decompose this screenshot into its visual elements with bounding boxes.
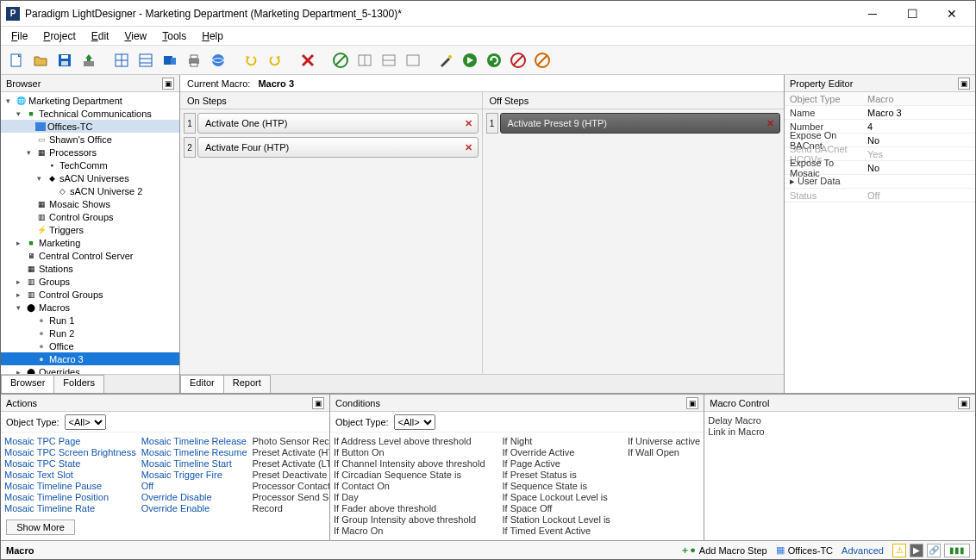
property-row[interactable]: Object TypeMacro [785, 92, 975, 106]
action-item[interactable]: Preset Deactivate [253, 470, 329, 481]
condition-item[interactable]: If Contact On [334, 481, 485, 492]
condition-item[interactable]: If Channel Intensity above threshold [334, 458, 485, 470]
tab-browser[interactable]: Browser [1, 375, 54, 393]
condition-item[interactable]: If Day [334, 492, 485, 503]
remove-step-icon[interactable]: ✕ [465, 142, 472, 153]
tree-node[interactable]: ▾⬤Macros [1, 301, 179, 314]
tab-report[interactable]: Report [223, 375, 271, 393]
single-icon[interactable] [403, 50, 423, 71]
step-row[interactable]: 2 Activate Four (HTP)✕ [184, 137, 479, 158]
menu-view[interactable]: View [117, 28, 153, 44]
tab-folders[interactable]: Folders [53, 375, 104, 393]
macro-control-item[interactable]: Delay Macro [708, 415, 972, 426]
tree-node[interactable]: ▸▥Groups [1, 275, 179, 288]
link-icon[interactable]: 🔗 [927, 544, 941, 557]
advanced-link[interactable]: Advanced [841, 545, 884, 556]
action-item[interactable]: Preset Activate (HTP) [253, 447, 329, 458]
remove-step-icon[interactable]: ✕ [465, 118, 472, 129]
action-item[interactable]: Mosaic TPC State [4, 458, 136, 470]
actions-objtype-select[interactable]: <All> [65, 414, 106, 430]
print-icon[interactable] [184, 50, 204, 71]
tree-node[interactable]: ▦Stations [1, 262, 179, 275]
redo-icon[interactable] [265, 50, 285, 71]
tree-node[interactable]: ●Office [1, 339, 179, 352]
condition-item[interactable]: If Address Level above threshold [334, 436, 485, 447]
globe-icon[interactable] [208, 50, 228, 71]
tree-node[interactable]: ▸■Marketing [1, 236, 179, 249]
warning-icon[interactable]: ⚠ [892, 544, 906, 557]
menu-tools[interactable]: Tools [155, 28, 193, 44]
tree-node[interactable]: ▾◆sACN Universes [1, 171, 179, 184]
condition-item[interactable]: If Button On [334, 447, 485, 458]
close-button[interactable]: ✕ [932, 1, 972, 27]
minimize-button[interactable]: ─ [853, 1, 892, 27]
property-grid[interactable]: Object TypeMacroNameMacro 3Number4Expose… [785, 92, 975, 393]
grid1-icon[interactable] [111, 50, 132, 71]
tree-offices-tc[interactable]: Offices-TC [1, 120, 179, 133]
condition-item[interactable]: If Page Active [503, 458, 610, 470]
condition-item[interactable]: If Timed Event Active [503, 526, 610, 537]
on-steps-list[interactable]: 1 Activate One (HTP)✕ 2 Activate Four (H… [180, 109, 482, 374]
show-more-button[interactable]: Show More [6, 520, 75, 535]
play-icon[interactable]: ▶ [910, 544, 923, 557]
delete-icon[interactable] [297, 50, 318, 71]
action-item[interactable]: Override Disable [141, 492, 247, 503]
prohibit-icon[interactable] [330, 50, 351, 71]
tree-node[interactable]: ▸▥Control Groups [1, 288, 179, 301]
action-item[interactable]: Mosaic TPC Page [4, 436, 136, 447]
tree-node[interactable]: ▪TechComm [1, 159, 179, 171]
property-row[interactable]: Expose To MosaicNo [785, 161, 975, 175]
maximize-button[interactable]: ☐ [892, 1, 932, 27]
condition-item[interactable]: If Macro On [334, 526, 485, 537]
row-icon[interactable] [379, 50, 399, 71]
open-icon[interactable] [30, 50, 51, 71]
browser-collapse-icon[interactable]: ▣ [162, 78, 174, 90]
device-icon[interactable] [160, 50, 180, 71]
tree-node[interactable]: ▦Mosaic Shows [1, 197, 179, 210]
macro-control-item[interactable]: Link in Macro [708, 426, 972, 438]
tree-node[interactable]: ▸⬤Overrides [1, 365, 179, 374]
condition-item[interactable]: If Sequence State is [503, 481, 610, 492]
step-item[interactable]: Activate One (HTP)✕ [197, 113, 479, 134]
prohibit-orange-icon[interactable] [532, 50, 553, 71]
condition-item[interactable]: If Space Off [503, 503, 610, 514]
step-item[interactable]: Activate Preset 9 (HTP)✕ [500, 113, 781, 134]
conditions-objtype-select[interactable]: <All> [394, 414, 435, 430]
menu-file[interactable]: File [4, 28, 34, 44]
condition-item[interactable]: If Preset Status is [503, 470, 610, 481]
tree-node[interactable]: ▭Shawn's Office [1, 133, 179, 146]
tree-node[interactable]: ▾▦Processors [1, 146, 179, 159]
tree-root[interactable]: ▾🌐Marketing Department [1, 94, 179, 107]
action-item[interactable]: Mosaic Timeline Resume [141, 447, 247, 458]
menu-edit[interactable]: Edit [84, 28, 116, 44]
tree-node[interactable]: ◇sACN Universe 2 [1, 184, 179, 197]
condition-item[interactable]: If Wall Open [628, 447, 700, 458]
menu-project[interactable]: Project [36, 28, 82, 44]
property-row[interactable]: NameMacro 3 [785, 106, 975, 120]
grid2-icon[interactable] [135, 50, 156, 71]
action-item[interactable]: Off [141, 481, 247, 492]
action-item[interactable]: Mosaic Timeline Position [4, 492, 136, 503]
macro-control-collapse-icon[interactable]: ▣ [958, 397, 970, 409]
browser-tree[interactable]: ▾🌐Marketing Department ▾■Technical Commu… [1, 92, 179, 374]
condition-item[interactable]: If Universe active [628, 436, 700, 447]
action-item[interactable]: Processor Send Serial [253, 492, 329, 503]
off-steps-list[interactable]: 1 Activate Preset 9 (HTP)✕ [483, 109, 785, 374]
prohibit-red-icon[interactable] [508, 50, 529, 71]
actions-collapse-icon[interactable]: ▣ [312, 397, 324, 409]
action-item[interactable]: Mosaic Timeline Rate [4, 503, 136, 514]
action-item[interactable]: Preset Activate (LTP) [253, 458, 329, 470]
action-item[interactable]: Record [253, 503, 329, 514]
property-collapse-icon[interactable]: ▣ [958, 78, 970, 90]
action-item[interactable]: Mosaic Timeline Start [141, 458, 247, 470]
split-icon[interactable] [354, 50, 375, 71]
remove-step-icon[interactable]: ✕ [766, 118, 774, 129]
action-item[interactable]: Mosaic Timeline Pause [4, 481, 136, 492]
tab-editor[interactable]: Editor [180, 375, 224, 393]
action-item[interactable]: Mosaic TPC Screen Brightness [4, 447, 136, 458]
step-row[interactable]: 1 Activate One (HTP)✕ [184, 113, 479, 134]
step-row[interactable]: 1 Activate Preset 9 (HTP)✕ [486, 113, 781, 134]
reload-green-icon[interactable] [484, 50, 504, 71]
tree-node[interactable]: ▾■Technical Communications [1, 107, 179, 120]
condition-item[interactable]: If Group Intensity above threshold [334, 514, 485, 526]
